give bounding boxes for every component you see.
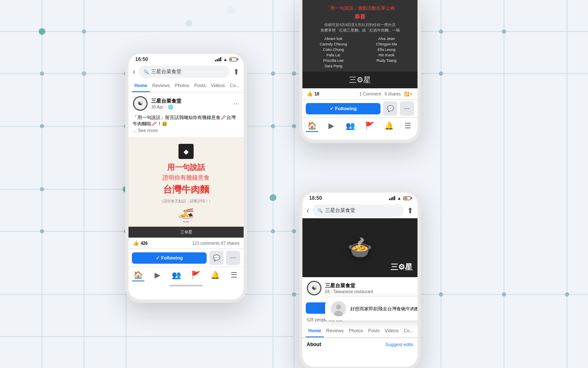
tab-photos-3[interactable]: Photos — [346, 325, 365, 337]
messenger-button-1[interactable]: 💬 — [209, 251, 223, 265]
promo-note-1: （請你食又點話，請看詳情！） — [135, 199, 237, 204]
tab-home-3[interactable]: Home — [306, 325, 324, 337]
see-more-1[interactable]: ... See more — [133, 128, 158, 133]
tab-more-1[interactable]: Co... — [227, 79, 242, 92]
following-button-1[interactable]: ✓ Following — [132, 252, 207, 264]
winner-6: Ella Leung — [361, 48, 413, 52]
tab-videos-3[interactable]: Videos — [382, 325, 401, 337]
time-1: 16:50 — [135, 56, 148, 62]
comments-shares-1: 123 comments 87 shares — [192, 241, 239, 246]
bottom-home-1[interactable]: 🏠 — [129, 270, 148, 280]
tab-reviews-3[interactable]: Reviews — [324, 325, 346, 337]
search-bar-1: ‹ 🔍 三星台菜食堂 ⬆ — [129, 64, 244, 79]
svg-point-41 — [81, 71, 87, 76]
more-options-button-1[interactable]: ··· — [226, 251, 240, 265]
chat-bubble: 好想而家即刻飛去台灣食碗牛肉麵 👍 51 — [325, 297, 421, 320]
svg-point-34 — [439, 292, 443, 297]
winner-9: Priscilla Lee — [307, 58, 360, 63]
globe-icon-1: 🌐 — [168, 105, 173, 109]
tab-reviews-1[interactable]: Reviews — [150, 79, 173, 92]
about-label: About — [307, 342, 321, 347]
battery-icon — [229, 58, 237, 61]
following-button-2[interactable]: ✓ Following — [306, 103, 381, 114]
checkmark-icon-2: ✓ — [330, 106, 333, 111]
time-3: 16:50 — [309, 195, 322, 201]
search-bar-3: ‹ 🔍 三星台菜食堂 ⬆ — [302, 203, 417, 218]
reaction-count-1: 426 — [141, 241, 148, 246]
svg-point-32 — [439, 29, 443, 34]
search-input-1[interactable]: 🔍 三星台菜食堂 — [139, 66, 230, 78]
bottom-video-2[interactable]: ▶ — [322, 121, 341, 130]
search-input-3[interactable]: 🔍 三星台菜食堂 — [312, 204, 404, 217]
svg-point-16 — [82, 29, 86, 34]
tab-photos-1[interactable]: Photos — [172, 79, 192, 92]
share-button-1[interactable]: ⬆ — [233, 67, 239, 77]
post-text-1: 「用一句說話」留言話我哋知你有幾鐘意食🥢台灣牛肉麵啦🥢！😃 ... See mo… — [129, 114, 244, 137]
share-button-3[interactable]: ⬆ — [407, 206, 413, 215]
tab-videos-1[interactable]: Videos — [208, 79, 227, 92]
privacy-icon-1: · — [165, 105, 166, 109]
tab-home-1[interactable]: Home — [132, 79, 150, 92]
bottom-menu-1[interactable]: ☰ — [224, 270, 244, 280]
promo-title-1: 用一句說話 — [135, 162, 237, 172]
bottom-people-2[interactable]: 👥 — [341, 121, 360, 130]
status-icons-3: ▲ — [389, 196, 411, 201]
svg-point-15 — [40, 29, 44, 34]
svg-text:☯: ☯ — [138, 100, 143, 106]
bowl-image: 🍲 — [347, 236, 373, 259]
promo-logo-1: ◆ — [178, 144, 194, 159]
promo-bottom-1: 三⚙星 — [129, 227, 244, 238]
search-text-1: 三星台菜食堂 — [151, 68, 181, 75]
reactions-bar-2: 👍 10 1 Comment 6 shares 🔁▼ — [302, 88, 417, 100]
svg-point-43 — [227, 6, 235, 15]
post-info-1: 三星台菜食堂 30 Apr · 🌐 — [151, 98, 230, 109]
svg-point-28 — [292, 71, 296, 76]
home-indicator-1 — [129, 281, 244, 290]
like-emoji-1: 👍 — [133, 240, 139, 246]
page-name-1: 三星台菜食堂 — [151, 98, 230, 105]
bottom-nav-2: 🏠 ▶ 👥 🚩 🔔 ☰ — [302, 117, 417, 132]
tab-more-3[interactable]: Co... — [401, 325, 416, 337]
tab-posts-3[interactable]: Posts — [365, 325, 382, 337]
bottom-flag-2[interactable]: 🚩 — [360, 121, 379, 130]
back-button-1[interactable]: ‹ — [133, 67, 135, 76]
nav-tabs-3: Home Reviews Photos Posts Videos Co... — [302, 325, 417, 338]
search-text-3: 三星台菜食堂 — [325, 207, 355, 214]
winner-2: Alva Jean — [361, 37, 413, 41]
page-info-3: ☯ 三星台菜食堂 £€ · Taiwanese restaurant — [302, 277, 417, 299]
bottom-flag-1[interactable]: 🚩 — [186, 270, 205, 280]
tab-posts-1[interactable]: Posts — [192, 79, 208, 92]
action-bar-1: ✓ Following 💬 ··· — [129, 249, 244, 267]
bottom-menu-2[interactable]: ☰ — [398, 121, 417, 130]
svg-point-20 — [40, 124, 44, 128]
svg-point-37 — [565, 292, 569, 297]
winner-10: Rudy Tsang — [361, 58, 413, 63]
svg-point-45 — [271, 71, 275, 76]
messenger-button-2[interactable]: 💬 — [383, 101, 397, 116]
restaurant-hero: 🍲 三⚙星 — [302, 218, 417, 277]
bottom-home-2[interactable]: 🏠 — [302, 121, 322, 130]
bottom-people-1[interactable]: 👥 — [167, 270, 186, 280]
promo-card-1: ◆ 用一句說話 證明你有幾鐘意食 台灣牛肉麵 （請你食又點話，請看詳情！） 🍜 … — [129, 137, 244, 238]
nav-tabs-1: Home Reviews Photos Posts Videos Co... — [129, 79, 244, 93]
like-emoji-2: 👍 — [307, 91, 313, 97]
svg-point-35 — [502, 29, 506, 34]
bottom-bell-2[interactable]: 🔔 — [379, 121, 399, 130]
winner-8: Hin Kwok — [361, 53, 413, 57]
signal-icon-3 — [389, 196, 395, 200]
bottom-video-1[interactable]: ▶ — [148, 270, 167, 280]
winners-bottom: 三⚙星 — [302, 71, 417, 88]
status-bar-3: 16:50 ▲ — [302, 193, 417, 203]
suggest-edits-button[interactable]: Suggest edits — [385, 342, 413, 347]
bottom-nav-1: 🏠 ▶ 👥 🚩 🔔 ☰ — [129, 267, 244, 281]
winners-desc: 你稍可於5月8日至5月31日到任何一間分店免費享用「紅燒三星麵」或「紅燒牛肉麵」… — [307, 22, 412, 33]
winner-7: Fafa Lai — [307, 53, 360, 57]
three-star-logo: 三⚙星 — [349, 75, 371, 85]
bottom-bell-1[interactable]: 🔔 — [205, 270, 225, 280]
back-button-3[interactable]: ‹ — [307, 206, 309, 215]
phone-3: 16:50 ▲ ‹ 🔍 三星台菜食堂 ⬆ — [299, 189, 421, 368]
more-options-button-2[interactable]: ··· — [400, 101, 414, 116]
svg-point-33 — [439, 71, 443, 76]
status-icons-1: ▲ — [215, 57, 237, 62]
post-more-button-1[interactable]: ··· — [233, 99, 239, 108]
